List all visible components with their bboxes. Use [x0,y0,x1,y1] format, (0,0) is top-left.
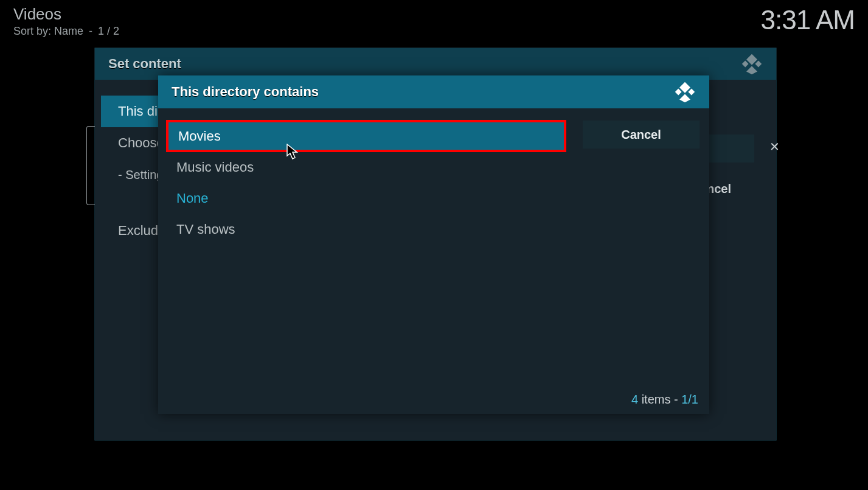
status-page: 1/1 [681,393,698,406]
sort-prefix: Sort by: [13,25,51,37]
background-header: Videos Sort by: Name - 1 / 2 3:31 AM [13,5,855,38]
content-type-none[interactable]: None [167,183,566,214]
content-type-music-videos[interactable]: Music videos [167,152,566,183]
status-count-label: items - [642,393,678,406]
sort-value: Name [54,25,83,37]
set-content-title: Set content [108,56,181,72]
content-type-movies[interactable]: Movies [167,121,566,152]
content-type-list: Movies Music videos None TV shows [167,121,566,245]
cancel-button[interactable]: Cancel [583,121,700,149]
status-footer: 4 items - 1/1 [631,393,698,407]
directory-contains-title: This directory contains [172,84,319,100]
sort-info: Sort by: Name - 1 / 2 [13,25,119,38]
directory-contains-dialog: This directory contains Movies Music vid… [158,75,709,414]
directory-contains-header: This directory contains [158,75,709,108]
content-type-tv-shows[interactable]: TV shows [167,214,566,245]
page-fraction: 1 / 2 [98,25,119,37]
clock: 3:31 AM [761,5,855,35]
section-title: Videos [13,5,119,24]
status-count: 4 [631,393,638,406]
kodi-logo-icon [674,81,696,103]
close-icon[interactable]: ✕ [769,139,780,154]
kodi-logo-icon [741,53,763,75]
option-group-brace [86,126,95,205]
